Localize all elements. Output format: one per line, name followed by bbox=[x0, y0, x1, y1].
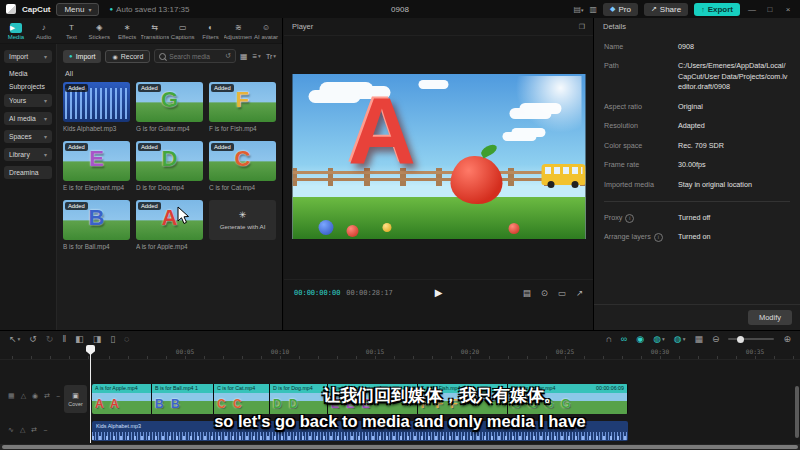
sidebar-item-dreamina[interactable]: Dreamina bbox=[4, 166, 52, 179]
video-preview[interactable]: A bbox=[292, 74, 585, 239]
video-thumbnail[interactable]: AddedA bbox=[136, 200, 203, 240]
video-thumbnail[interactable]: AddedC bbox=[209, 141, 276, 181]
tab-audio[interactable]: ♪Audio bbox=[30, 23, 58, 40]
cover-button[interactable]: ▣ Cover bbox=[64, 385, 87, 413]
tab-stickers[interactable]: ◈Stickers bbox=[85, 23, 113, 40]
swap-track-icon[interactable]: ⇄ bbox=[44, 392, 50, 400]
media-item-kids-alphabet[interactable]: Added Kids Alphabet.mp3 bbox=[63, 82, 130, 132]
sidebar-item-spaces[interactable]: Spaces▾ bbox=[4, 130, 52, 143]
redo-icon[interactable]: ↻ bbox=[46, 332, 54, 346]
export-button[interactable]: ↑ Export bbox=[694, 3, 740, 16]
link-clips-icon[interactable]: ∞ bbox=[621, 332, 627, 346]
import-button[interactable]: ●Import bbox=[63, 50, 101, 63]
preview-axis-icon[interactable]: ▦ bbox=[694, 332, 703, 346]
player-expand-icon[interactable]: ❐ bbox=[579, 23, 585, 31]
maximize-button[interactable]: □ bbox=[764, 5, 776, 14]
video-thumbnail[interactable]: AddedG bbox=[136, 82, 203, 122]
sidebar-item-media[interactable]: Media bbox=[4, 68, 52, 81]
split-icon[interactable]: ‖ bbox=[62, 332, 66, 346]
main-track-magnet-icon[interactable]: ◉ bbox=[636, 332, 644, 346]
delete-right-icon[interactable]: ◨ bbox=[93, 332, 102, 346]
tab-adjustment[interactable]: ≋Adjustment bbox=[224, 23, 252, 40]
tab-ai-avatar[interactable]: ☺AI avatar bbox=[252, 23, 280, 40]
tab-label: Effects bbox=[118, 34, 136, 40]
tab-effects[interactable]: ∗Effects bbox=[113, 23, 141, 40]
mute-track-icon[interactable]: △ bbox=[21, 392, 26, 400]
media-item-guitar[interactable]: AddedG G is for Guitar.mp4 bbox=[136, 82, 203, 132]
waveform-icon[interactable]: ∿ bbox=[8, 426, 14, 434]
fullscreen-icon[interactable]: ↗ bbox=[576, 288, 583, 298]
timeline-ruler[interactable]: 00:05 00:10 00:15 00:20 00:25 00:30 00:3… bbox=[0, 347, 800, 360]
swap-track-icon[interactable]: ⇄ bbox=[31, 426, 37, 434]
clip-apple[interactable]: A is for Apple.mp4A A bbox=[92, 384, 152, 414]
record-button[interactable]: ◉Record bbox=[105, 50, 150, 63]
pro-button[interactable]: ◆ Pro bbox=[603, 3, 638, 16]
tab-filters[interactable]: ◐Filters bbox=[197, 23, 225, 40]
vertical-scrollbar[interactable] bbox=[795, 386, 799, 438]
media-item-cat[interactable]: AddedC C is for Cat.mp4 bbox=[209, 141, 276, 191]
collapse-track-icon[interactable]: − bbox=[56, 393, 60, 400]
magnet-snap-icon[interactable]: ∩ bbox=[605, 332, 611, 346]
undo-icon[interactable]: ↺ bbox=[29, 332, 37, 346]
sidebar-item-subprojects[interactable]: Subprojects bbox=[4, 81, 52, 94]
hide-track-icon[interactable]: ◉ bbox=[32, 392, 38, 400]
horizontal-scrollbar-track[interactable] bbox=[0, 444, 800, 450]
video-thumbnail[interactable]: AddedF bbox=[209, 82, 276, 122]
minimize-button[interactable]: — bbox=[746, 5, 758, 14]
close-button[interactable]: × bbox=[782, 5, 794, 14]
zoom-out-icon[interactable]: ⊖ bbox=[712, 332, 720, 346]
clip-duration: 00:00:06:09 bbox=[596, 384, 624, 393]
search-input[interactable] bbox=[169, 53, 222, 60]
sidebar-item-yours[interactable]: Yours▾ bbox=[4, 94, 52, 107]
collapse-track-icon[interactable]: − bbox=[43, 427, 47, 434]
mirror-preview-icon[interactable]: ▤ bbox=[523, 288, 531, 298]
zoom-in-icon[interactable]: ⊕ bbox=[783, 332, 791, 346]
clip-cat[interactable]: C is for Cat.mp4C C bbox=[214, 384, 270, 414]
playhead-line[interactable] bbox=[90, 347, 91, 443]
menu-button[interactable]: Menu ▾ bbox=[56, 3, 99, 16]
aspect-ratio-icon[interactable]: ▭ bbox=[558, 288, 566, 298]
tab-transitions[interactable]: ⇆Transitions bbox=[141, 23, 169, 40]
video-thumbnail[interactable]: AddedB bbox=[63, 200, 130, 240]
media-item-dog[interactable]: AddedD D is for Dog.mp4 bbox=[136, 141, 203, 191]
media-item-apple[interactable]: AddedA A is for Apple.mp4 bbox=[136, 200, 203, 250]
share-button[interactable]: ↗ Share bbox=[644, 3, 688, 16]
audio-waveform-thumbnail[interactable]: Added bbox=[63, 82, 130, 122]
video-thumbnail[interactable]: AddedE bbox=[63, 141, 130, 181]
clip-dog[interactable]: D is for Dog.mp4D D bbox=[270, 384, 328, 414]
tab-text[interactable]: TText bbox=[58, 23, 86, 40]
record-track-icon[interactable]: ◍▾ bbox=[674, 332, 686, 346]
player-title: Player bbox=[292, 22, 313, 31]
timeline-zoom-slider[interactable] bbox=[728, 338, 774, 340]
zoom-slider-knob[interactable] bbox=[737, 336, 744, 343]
delete-icon[interactable]: ▯ bbox=[110, 332, 115, 346]
modify-button[interactable]: Modify bbox=[748, 310, 792, 325]
search-box[interactable]: ↺ bbox=[154, 49, 236, 63]
sort-icon[interactable]: ≡▾ bbox=[252, 52, 260, 61]
preview-quality-icon[interactable]: ⊙ bbox=[541, 288, 548, 298]
tab-media[interactable]: ▶Media bbox=[2, 23, 30, 40]
media-item-fish[interactable]: AddedF F is for Fish.mp4 bbox=[209, 82, 276, 132]
type-filter-icon[interactable]: Tr▾ bbox=[266, 53, 276, 60]
mute-track-icon[interactable]: △ bbox=[20, 426, 25, 434]
tab-captions[interactable]: ▭Captions bbox=[169, 23, 197, 40]
track-options-icon[interactable]: ▦ bbox=[8, 392, 15, 400]
delete-left-icon[interactable]: ◧ bbox=[75, 332, 84, 346]
select-tool-icon[interactable]: ↖▾ bbox=[9, 332, 20, 346]
play-button[interactable]: ▶ bbox=[435, 287, 443, 298]
panel-layout-icon[interactable]: ▥ bbox=[590, 5, 598, 14]
auto-track-icon[interactable]: ◍▾ bbox=[653, 332, 665, 346]
clip-ball[interactable]: B is for Ball.mp4 1B B bbox=[152, 384, 214, 414]
grid-view-icon[interactable]: ▦ bbox=[240, 52, 248, 61]
video-thumbnail[interactable]: AddedD bbox=[136, 141, 203, 181]
sidebar-item-ai-media[interactable]: AI media▾ bbox=[4, 112, 52, 125]
mask-icon[interactable]: ◌ bbox=[124, 332, 129, 346]
media-item-elephant[interactable]: AddedE E is for Elephant.mp4 bbox=[63, 141, 130, 191]
generate-with-ai-tile[interactable]: ✳Generate with AI bbox=[209, 200, 276, 250]
media-item-ball[interactable]: AddedB B is for Ball.mp4 bbox=[63, 200, 130, 250]
search-history-icon[interactable]: ↺ bbox=[225, 52, 231, 60]
sidebar-item-import[interactable]: Import▾ bbox=[4, 50, 52, 63]
horizontal-scrollbar-thumb[interactable] bbox=[2, 445, 798, 449]
sidebar-item-library[interactable]: Library▾ bbox=[4, 148, 52, 161]
layout-toggle-icon[interactable]: ▤▾ bbox=[573, 5, 583, 14]
